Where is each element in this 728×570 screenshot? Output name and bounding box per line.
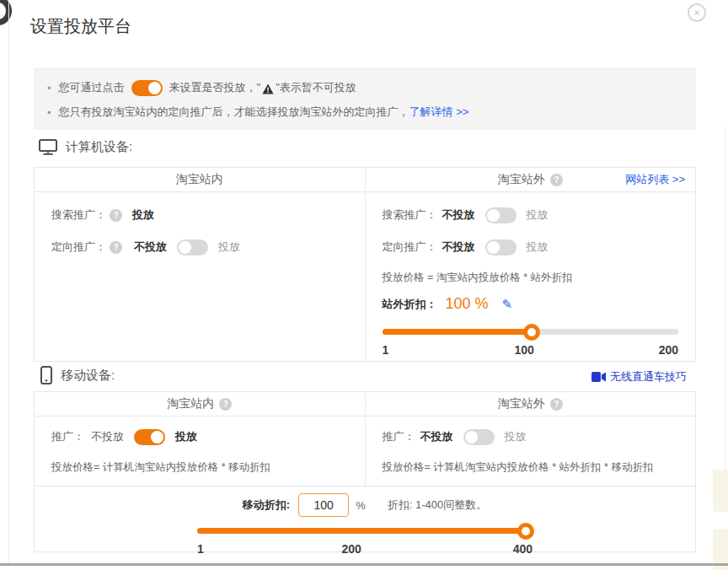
mobile-discount-hint: 折扣: 1-400间整数。 <box>388 497 487 513</box>
mobile-offsite-header: 淘宝站外 ? <box>365 392 696 416</box>
mobile-onsite-price-formula: 投放价格= 计算机淘宝站内投放价格 * 移动折扣 <box>51 460 348 475</box>
toggle-knob <box>151 431 163 444</box>
mobile-offsite-promo-toggle[interactable] <box>463 429 495 445</box>
notice-line-1: • 您可通过点击 来设置是否投放，" "表示暂不可投放 <box>47 78 682 98</box>
notice-line1-post: "表示暂不可投放 <box>276 80 356 95</box>
notice-line1-pre: 您可通过点击 <box>59 80 125 95</box>
help-icon[interactable]: ? <box>550 398 563 411</box>
toggle-knob <box>148 82 161 94</box>
promo-off-label: 不投放 <box>420 429 453 444</box>
computer-onsite-cell: 搜索推广： ? 投放 定向推广： ? 不投放 投放 <box>35 192 366 362</box>
offsite-slider-labels: 1 100 200 <box>383 343 679 357</box>
notice-line1-mid: 来设置是否投放，" <box>169 80 261 95</box>
toggle-knob <box>179 241 191 254</box>
slider-mid-label: 200 <box>341 542 361 556</box>
target-promo-off-label: 不投放 <box>442 239 475 255</box>
computer-section-label: 计算机设备: <box>66 139 132 155</box>
page-edge-line <box>725 126 725 470</box>
mobile-onsite-promo-toggle[interactable] <box>134 429 165 445</box>
site-list-link[interactable]: 网站列表 >> <box>625 172 685 187</box>
wireless-tips: 无线直通车技巧 <box>592 369 687 384</box>
notice-line2-text: 您只有投放淘宝站内的定向推广后，才能选择投放淘宝站外的定向推广， <box>59 105 410 120</box>
promo-off-label: 不投放 <box>91 429 124 444</box>
page-edge-gap <box>713 512 728 529</box>
mobile-offsite-price-formula: 投放价格= 计算机淘宝站内投放价格 * 站外折扣 * 移动折扣 <box>383 460 679 475</box>
slider-min-label: 1 <box>383 343 389 357</box>
mobile-onsite-cell: 推广： 不投放 投放 投放价格= 计算机淘宝站内投放价格 * 移动折扣 <box>35 417 366 486</box>
mobile-table-header: 淘宝站内 ? 淘宝站外 ? <box>35 392 695 417</box>
target-promo-label: 定向推广： <box>383 239 437 255</box>
computer-offsite-header-label: 淘宝站外 <box>498 172 545 187</box>
notice-box: • 您可通过点击 来设置是否投放，" "表示暂不可投放 • 您只有投放淘宝站内的… <box>34 67 696 130</box>
onsite-target-toggle[interactable] <box>177 239 208 255</box>
promo-label: 推广： <box>383 429 415 444</box>
phone-icon <box>40 366 52 384</box>
slider-fill <box>383 329 533 335</box>
dialog-title: 设置投放平台 <box>30 15 131 38</box>
search-promo-label: 搜索推广： <box>51 207 106 223</box>
computer-onsite-header: 淘宝站内 <box>35 168 365 191</box>
offsite-target-toggle[interactable] <box>485 239 517 255</box>
mobile-slider-labels: 1 200 400 <box>197 542 533 556</box>
help-icon[interactable]: ? <box>110 241 122 254</box>
mobile-discount-row: 移动折扣: % 折扣: 1-400间整数。 1 200 400 <box>35 486 695 552</box>
background-logo-fragment <box>0 0 12 25</box>
mobile-table: 淘宝站内 ? 淘宝站外 ? 推广： 不投放 投放 投放价格= 计算机淘宝站内投放… <box>34 391 696 552</box>
slider-min-label: 1 <box>197 542 204 556</box>
offsite-target-row: 定向推广： 不投放 投放 <box>383 239 679 255</box>
mobile-offsite-promo-row: 推广： 不投放 投放 <box>383 428 679 445</box>
mobile-discount-label: 移动折扣: <box>243 497 290 513</box>
mobile-offsite-cell: 推广： 不投放 投放 投放价格= 计算机淘宝站内投放价格 * 站外折扣 * 移动… <box>366 417 696 486</box>
mobile-section-title: 移动设备: <box>40 366 115 384</box>
offsite-discount-value: 100 % <box>446 295 489 313</box>
mobile-onsite-promo-row: 推广： 不投放 投放 <box>51 428 348 445</box>
slider-knob[interactable] <box>517 523 534 540</box>
mobile-discount-slider[interactable] <box>197 523 533 540</box>
mobile-slider-wrap: 1 200 400 <box>197 523 533 556</box>
toggle-knob <box>487 241 500 254</box>
computer-section-title: 计算机设备: <box>39 139 132 155</box>
mobile-discount-line: 移动折扣: % 折扣: 1-400间整数。 <box>243 493 487 517</box>
offsite-search-row: 搜索推广： 不投放 投放 <box>383 207 679 223</box>
help-icon[interactable]: ? <box>219 398 232 411</box>
slider-max-label: 400 <box>513 542 533 556</box>
monitor-icon <box>39 139 57 155</box>
computer-table-header: 淘宝站内 淘宝站外 ? 网站列表 >> <box>35 168 695 192</box>
demo-toggle[interactable] <box>131 80 163 96</box>
mobile-onsite-header-label: 淘宝站内 <box>167 396 214 411</box>
mobile-section-label: 移动设备: <box>61 368 115 384</box>
slider-mid-label: 100 <box>515 343 534 357</box>
onsite-target-row: 定向推广： ? 不投放 投放 <box>51 239 348 255</box>
window-bottom-edge <box>0 563 728 566</box>
notice-line-2: • 您只有投放淘宝站内的定向推广后，才能选择投放淘宝站外的定向推广， 了解详情 … <box>47 105 682 120</box>
computer-onsite-header-label: 淘宝站内 <box>176 172 223 187</box>
bullet-icon: • <box>47 82 51 94</box>
slider-knob[interactable] <box>523 324 540 341</box>
close-icon[interactable]: × <box>688 3 706 22</box>
target-promo-on-label: 投放 <box>218 239 240 255</box>
search-promo-on-label: 投放 <box>527 207 549 223</box>
target-promo-on-label: 投放 <box>527 239 549 255</box>
mobile-discount-unit: % <box>356 499 366 512</box>
computer-table-body: 搜索推广： ? 投放 定向推广： ? 不投放 投放 搜索推广： 不投放 投放 定… <box>35 192 695 362</box>
promo-label: 推广： <box>51 429 84 444</box>
edit-icon[interactable]: ✎ <box>502 297 513 312</box>
onsite-search-row: 搜索推广： ? 投放 <box>51 207 348 223</box>
video-icon <box>592 372 606 382</box>
computer-table: 淘宝站内 淘宝站外 ? 网站列表 >> 搜索推广： ? 投放 定向推广： ? 不… <box>34 167 696 362</box>
offsite-search-toggle[interactable] <box>485 207 517 223</box>
mobile-offsite-header-label: 淘宝站外 <box>498 396 545 411</box>
target-promo-off-label: 不投放 <box>134 239 167 255</box>
mobile-discount-input[interactable] <box>298 493 349 517</box>
search-promo-label: 搜索推广： <box>383 207 437 223</box>
toggle-knob <box>487 209 500 222</box>
help-icon[interactable]: ? <box>110 209 122 222</box>
offsite-discount-label: 站外折扣： <box>383 297 437 312</box>
computer-offsite-header: 淘宝站外 ? 网站列表 >> <box>365 168 696 191</box>
offsite-discount-slider[interactable] <box>383 324 679 341</box>
wireless-tips-link[interactable]: 无线直通车技巧 <box>610 369 687 384</box>
help-icon[interactable]: ? <box>550 174 563 186</box>
promo-on-label: 投放 <box>175 429 197 444</box>
slider-max-label: 200 <box>659 343 678 357</box>
learn-more-link[interactable]: 了解详情 >> <box>410 105 469 120</box>
